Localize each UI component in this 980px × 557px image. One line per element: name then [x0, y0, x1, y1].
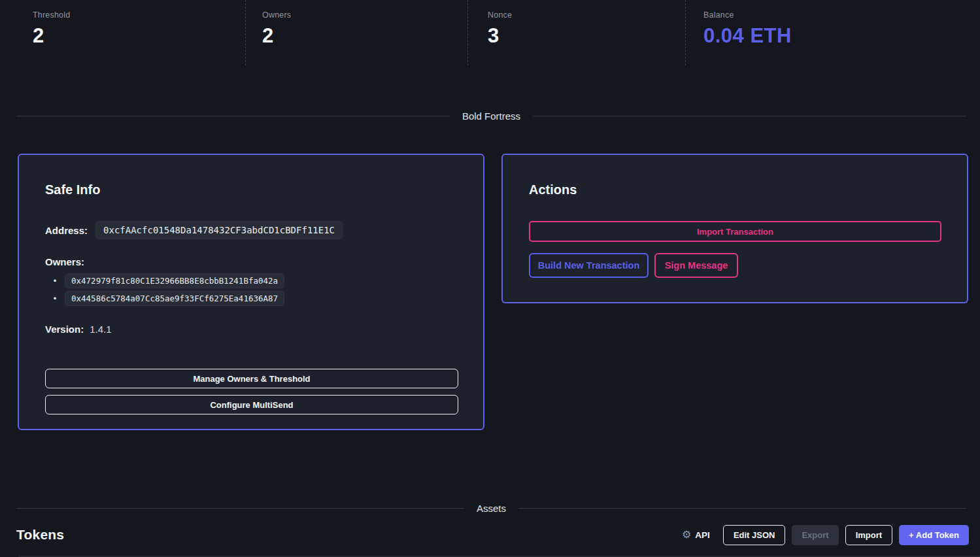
divider-line-left [16, 508, 464, 509]
actions-title: Actions [529, 182, 941, 197]
bullet-icon: • [45, 294, 65, 303]
address-row: Address: 0xcfAAcfc01548Da1478432CF3abdCD… [45, 221, 457, 239]
edit-json-button[interactable]: Edit JSON [723, 525, 786, 545]
stat-owners-value: 2 [262, 24, 467, 48]
import-button[interactable]: Import [845, 525, 892, 545]
version-value: 1.4.1 [90, 324, 111, 335]
stat-balance-value: 0.04 ETH [703, 24, 980, 48]
stat-balance: Balance 0.04 ETH [685, 0, 980, 65]
stat-nonce-value: 3 [488, 24, 685, 48]
api-link[interactable]: ⚙ API [682, 530, 710, 540]
import-transaction-button[interactable]: Import Transaction [529, 221, 941, 242]
stat-balance-label: Balance [703, 10, 980, 20]
sign-message-button[interactable]: Sign Message [654, 253, 738, 278]
owners-label: Owners: [45, 256, 457, 267]
tokens-controls: ⚙ API Edit JSON Export Import + Add Toke… [682, 525, 969, 545]
divider-line-right [533, 116, 966, 116]
version-label: Version: [45, 324, 84, 335]
add-token-button[interactable]: + Add Token [899, 525, 969, 545]
safe-info-title: Safe Info [45, 182, 457, 197]
safe-name-divider: Bold Fortress [16, 108, 966, 124]
actions-button-row: Build New Transaction Sign Message [529, 253, 941, 278]
export-button[interactable]: Export [792, 525, 838, 545]
safe-address-value: 0xcfAAcfc01548Da1478432CF3abdCD1cBDFf11E… [95, 221, 343, 239]
stat-threshold: Threshold 2 [0, 0, 245, 65]
divider-line-left [16, 116, 450, 116]
stat-nonce-label: Nonce [488, 10, 685, 20]
actions-card: Actions Import Transaction Build New Tra… [501, 154, 968, 303]
tokens-bar: Tokens ⚙ API Edit JSON Export Import + A… [16, 523, 969, 547]
safe-name-label: Bold Fortress [462, 110, 520, 122]
divider-line-right [518, 508, 966, 509]
address-label: Address: [45, 225, 88, 236]
bullet-icon: • [45, 276, 65, 286]
owner-address-value: 0x472979f81c80C1E32966BB8E8cbbB1241Bfa04… [65, 273, 284, 288]
safe-info-card: Safe Info Address: 0xcfAAcfc01548Da14784… [18, 154, 484, 430]
owner-item: • 0x472979f81c80C1E32966BB8E8cbbB1241Bfa… [45, 273, 457, 288]
stat-owners-label: Owners [262, 10, 467, 20]
stat-threshold-label: Threshold [33, 10, 245, 20]
safe-dashboard: Threshold 2 Owners 2 Nonce 3 Balance 0.0… [0, 0, 980, 557]
owner-address-value: 0x44586c5784a07Cc85ae9f33FCf6275Ea41636A… [65, 291, 284, 306]
stat-threshold-value: 2 [33, 24, 245, 48]
assets-label: Assets [477, 503, 506, 514]
assets-divider: Assets [16, 500, 966, 516]
stats-row: Threshold 2 Owners 2 Nonce 3 Balance 0.0… [0, 0, 980, 65]
owner-item: • 0x44586c5784a07Cc85ae9f33FCf6275Ea4163… [45, 291, 457, 306]
gear-icon: ⚙ [682, 530, 691, 540]
configure-multisend-button[interactable]: Configure MultiSend [45, 395, 458, 414]
manage-owners-button[interactable]: Manage Owners & Threshold [45, 369, 458, 388]
version-row: Version: 1.4.1 [45, 324, 457, 335]
stat-nonce: Nonce 3 [467, 0, 685, 65]
tokens-title: Tokens [16, 527, 64, 543]
api-label: API [695, 530, 710, 540]
build-new-transaction-button[interactable]: Build New Transaction [529, 253, 649, 278]
owners-block: Owners: • 0x472979f81c80C1E32966BB8E8cbb… [45, 256, 457, 306]
owner-list: • 0x472979f81c80C1E32966BB8E8cbbB1241Bfa… [45, 273, 457, 306]
stat-owners: Owners 2 [245, 0, 467, 65]
